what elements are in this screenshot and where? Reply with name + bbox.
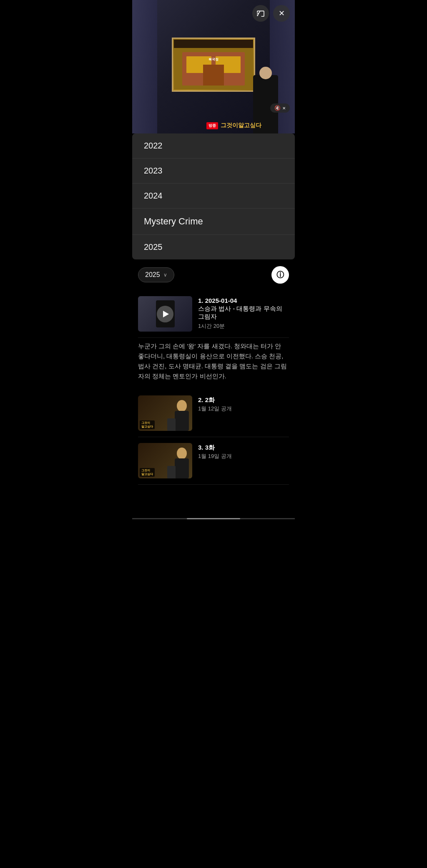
dropdown-item-2023[interactable]: 2023 xyxy=(132,159,295,184)
close-icon: ✕ xyxy=(279,9,285,18)
ep-title-2: 2화 xyxy=(205,396,215,403)
dropdown-menu: 2022 2023 2024 Mystery Crime 2025 xyxy=(132,133,295,259)
dropdown-item-2022[interactable]: 2022 xyxy=(132,133,295,159)
chevron-down-icon: ∨ xyxy=(163,272,167,278)
ep-title-3: 3화 xyxy=(205,444,215,451)
person-head xyxy=(259,67,272,79)
svg-rect-9 xyxy=(167,418,176,431)
episode-number-1: 1. 2025-01-04 xyxy=(198,297,289,304)
dropdown-item-mystery-crime[interactable]: Mystery Crime xyxy=(132,209,295,235)
episode-date-2: 1월 12일 공개 xyxy=(198,405,289,413)
dropdown-item-2024[interactable]: 2024 xyxy=(132,184,295,209)
close-button[interactable]: ✕ xyxy=(273,5,290,22)
episode-item-1: 1. 2025-01-04 스승과 법사 - 대통령과 무속의 그림자 1시간 … xyxy=(138,290,289,338)
video-section: 복국정 방중 그것이알고싶다 xyxy=(132,0,295,133)
ep-date-bold: 2025-01-04 xyxy=(205,297,237,304)
episode-title-1: 스승과 법사 - 대통령과 무속의 그림자 xyxy=(198,305,289,321)
episode-number-3: 3. 3화 xyxy=(198,444,289,452)
inner-screen: 복국정 xyxy=(172,38,255,92)
svg-rect-12 xyxy=(167,466,176,478)
episode-date-3: 1월 19일 공개 xyxy=(198,453,289,460)
svg-point-7 xyxy=(177,400,187,412)
episode-duration-1: 1시간 20분 xyxy=(198,322,289,330)
ep-num-label-3: 3. xyxy=(198,444,205,451)
show-logo-3: 그것이 알고싶다 xyxy=(140,468,155,477)
episode-item-3: 그것이 알고싶다 3. 3화 1월 19일 공개 xyxy=(138,437,289,485)
season-row: 2025 ∨ ⓘ xyxy=(132,259,295,290)
show-logo: 그것이 알고싶다 xyxy=(140,420,155,429)
live-badge: 방중 xyxy=(206,122,218,129)
episode-thumbnail-1[interactable] xyxy=(138,296,192,332)
volume-x-icon: ✕ xyxy=(282,106,286,111)
episode-description-1: 누군가 그의 손에 '왕' 자를 새겼다. 청와대는 터가 안 좋다더니, 대통… xyxy=(132,338,295,390)
play-button-1[interactable] xyxy=(157,306,173,322)
episode-thumbnail-2[interactable]: 그것이 알고싶다 xyxy=(138,395,192,431)
play-triangle-icon xyxy=(163,311,169,317)
scroll-indicator xyxy=(132,518,295,519)
cast-button[interactable] xyxy=(252,5,269,22)
episode-thumbnail-3[interactable]: 그것이 알고싶다 xyxy=(138,443,192,478)
volume-control[interactable]: 🔇 ✕ xyxy=(270,103,290,113)
svg-rect-6 xyxy=(174,40,253,48)
top-controls: ✕ xyxy=(252,5,290,22)
episode-list: 1. 2025-01-04 스승과 법사 - 대통령과 무속의 그림자 1시간 … xyxy=(132,290,295,338)
svg-rect-11 xyxy=(175,458,189,478)
svg-rect-8 xyxy=(175,411,189,431)
ep-num-label-2: 2. xyxy=(198,396,205,403)
column-left xyxy=(132,0,157,133)
screen-content: 복국정 xyxy=(173,39,254,91)
dropdown-item-2025[interactable]: 2025 xyxy=(132,235,295,259)
episode-list-2: 그것이 알고싶다 2. 2화 1월 12일 공개 그것이 알고싶다 xyxy=(132,390,295,485)
volume-icon: 🔇 xyxy=(274,105,281,111)
svg-point-10 xyxy=(177,448,187,459)
ep-number: 1. xyxy=(198,297,205,304)
scroll-thumb xyxy=(187,518,241,519)
episode-info-2: 2. 2화 1월 12일 공개 xyxy=(198,395,289,413)
info-button[interactable]: ⓘ xyxy=(271,266,289,284)
info-icon: ⓘ xyxy=(276,270,284,280)
season-selector[interactable]: 2025 ∨ xyxy=(138,267,174,282)
episode-info-1: 1. 2025-01-04 스승과 법사 - 대통령과 무속의 그림자 1시간 … xyxy=(198,296,289,330)
episode-info-3: 3. 3화 1월 19일 공개 xyxy=(198,443,289,460)
episode-item-2: 그것이 알고싶다 2. 2화 1월 12일 공개 xyxy=(138,390,289,437)
svg-rect-4 xyxy=(203,65,224,86)
episode-number-2: 2. 2화 xyxy=(198,396,289,404)
svg-text:복국정: 복국정 xyxy=(208,58,219,61)
show-title-overlay: 그것이알고싶다 xyxy=(221,122,261,129)
season-label: 2025 xyxy=(145,271,160,279)
overlay-text: 방중 그것이알고싶다 xyxy=(206,122,261,129)
